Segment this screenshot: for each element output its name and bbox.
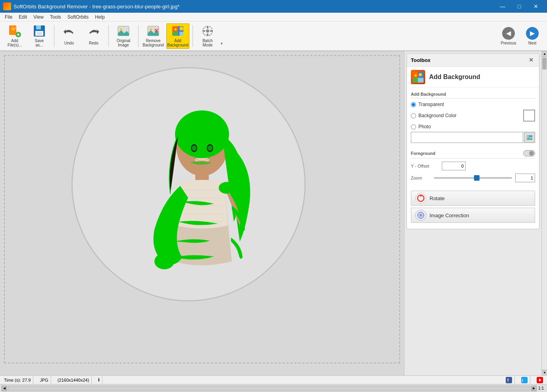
zoom-indicator: 1:1: [537, 386, 545, 390]
svg-rect-53: [506, 377, 512, 383]
transparent-label[interactable]: Transparent: [418, 102, 444, 107]
menu-edit[interactable]: Edit: [15, 14, 30, 21]
background-color-option-row: Background Color: [411, 110, 535, 122]
original-image-label: OriginalImage: [117, 39, 130, 47]
original-icon: [117, 25, 130, 37]
zoom-value-input[interactable]: [515, 174, 535, 182]
scrollbar-up-button[interactable]: ▲: [542, 51, 547, 57]
status-time: Time (s): 27.9: [2, 376, 33, 384]
rotate-label: Rotate: [430, 195, 445, 201]
previous-icon: ◀: [502, 27, 515, 40]
status-social-3: [534, 376, 545, 384]
background-color-label[interactable]: Background Color: [418, 113, 456, 118]
zoom-slider-container: [434, 174, 512, 182]
menu-softorbits[interactable]: SoftOrbits: [64, 14, 92, 21]
scrollbar-thumb-area: [542, 57, 547, 370]
rotate-icon: [415, 193, 426, 204]
menu-help[interactable]: Help: [92, 14, 108, 21]
y-offset-row: Y - Offset: [411, 162, 535, 170]
svg-point-21: [206, 29, 209, 33]
toolbar-sep-2: [108, 25, 109, 47]
svg-rect-23: [207, 33, 208, 36]
person-svg: [119, 102, 285, 349]
photo-radio[interactable]: [411, 124, 416, 129]
next-button[interactable]: ▶ Next: [521, 23, 544, 49]
menu-tools[interactable]: Tools: [47, 14, 64, 21]
status-info-icon: ℹ: [96, 376, 102, 384]
menu-bar: File Edit View Tools SoftOrbits Help: [0, 13, 547, 21]
maximize-button[interactable]: □: [511, 0, 527, 13]
toolbox-header: Toolbox ✕: [407, 54, 539, 67]
image-correction-button[interactable]: Image Correction: [411, 208, 535, 223]
remove-background-label: RemoveBackground: [143, 39, 164, 47]
photo-path-input[interactable]: [411, 132, 523, 143]
y-offset-label: Y - Offset: [411, 164, 439, 168]
add-background-button[interactable]: AddBackground: [166, 23, 189, 49]
canvas-area[interactable]: [0, 51, 404, 375]
svg-point-35: [154, 253, 174, 269]
svg-rect-9: [37, 32, 42, 35]
foreground-toggle[interactable]: [523, 150, 535, 156]
zoom-row: Zoom: [411, 174, 535, 182]
transparent-radio[interactable]: [411, 102, 416, 107]
correction-icon: [415, 210, 426, 221]
prev-next-area: ◀ Previous ▶ Next: [497, 23, 544, 49]
status-social-1: f: [503, 376, 515, 384]
right-panel: Toolbox ✕: [404, 51, 547, 375]
svg-point-32: [208, 145, 212, 151]
photo-browse-button[interactable]: [524, 132, 535, 143]
status-bar: Time (s): 27.9 JPG (2160x1440x24) ℹ f t: [0, 375, 547, 384]
svg-point-48: [420, 214, 422, 216]
scrollbar-down-button[interactable]: ▼: [542, 370, 547, 375]
photo-option-row: Photo: [411, 124, 535, 129]
horizontal-scrollbar[interactable]: [8, 386, 530, 391]
scroll-left-button[interactable]: ◀: [2, 386, 7, 391]
foreground-toggle-thumb: [529, 151, 534, 156]
add-files-button[interactable]: AddFile(s)...: [3, 23, 26, 49]
zoom-label: Zoom: [411, 176, 431, 180]
background-color-radio[interactable]: [411, 113, 416, 118]
foreground-section: Foreground Y - Offset Zoom: [407, 147, 539, 189]
redo-button[interactable]: Redo: [82, 23, 105, 49]
add-file-icon: [8, 25, 21, 37]
batch-icon: [201, 25, 214, 37]
batch-mode-label: BatchMode: [202, 39, 213, 47]
color-preview[interactable]: [523, 110, 535, 122]
menu-file[interactable]: File: [2, 14, 15, 21]
next-icon: ▶: [526, 27, 539, 40]
remove-background-button[interactable]: RemoveBackground: [142, 23, 165, 49]
toolbar: AddFile(s)... Saveas... Undo: [0, 21, 547, 51]
image-correction-label: Image Correction: [430, 212, 469, 218]
y-offset-input[interactable]: [442, 162, 466, 170]
original-image-button[interactable]: OriginalImage: [112, 23, 135, 49]
toolbox-title-icon: [411, 70, 425, 84]
close-button[interactable]: ✕: [528, 0, 544, 13]
toolbox-close-button[interactable]: ✕: [527, 56, 535, 64]
add-files-label: AddFile(s)...: [8, 39, 22, 47]
minimize-button[interactable]: —: [495, 0, 510, 13]
scroll-right-button[interactable]: ▶: [531, 386, 537, 391]
svg-rect-33: [195, 158, 209, 161]
svg-rect-2: [12, 29, 15, 30]
save-as-button[interactable]: Saveas...: [28, 23, 51, 49]
app-icon: [3, 2, 11, 10]
menu-view[interactable]: View: [30, 14, 47, 21]
status-format: JPG: [37, 376, 51, 384]
foreground-section-title: Foreground: [411, 150, 535, 158]
toolbox-panel-title: Add Background: [429, 73, 480, 81]
redo-label: Redo: [89, 41, 98, 45]
scrollbar-thumb[interactable]: [542, 58, 547, 70]
batch-mode-button[interactable]: BatchMode: [196, 23, 219, 49]
undo-button[interactable]: Undo: [58, 23, 81, 49]
canvas-image: [119, 102, 285, 349]
batch-dropdown[interactable]: ▾: [221, 41, 223, 49]
photo-input-row: [411, 132, 535, 143]
previous-button[interactable]: ◀ Previous: [497, 23, 520, 49]
rotate-button[interactable]: Rotate: [411, 191, 535, 206]
zoom-thumb[interactable]: [474, 175, 480, 181]
svg-rect-5: [18, 33, 19, 36]
svg-point-28: [175, 110, 229, 158]
svg-point-40: [419, 73, 422, 76]
photo-label[interactable]: Photo: [418, 124, 431, 129]
title-bar-controls[interactable]: — □ ✕: [495, 0, 544, 13]
